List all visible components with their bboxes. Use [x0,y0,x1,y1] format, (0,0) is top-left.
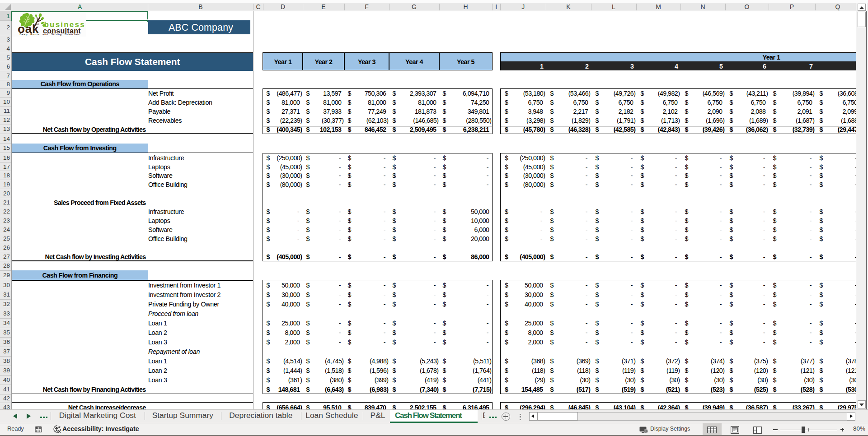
svg-text:Deep Roots and Strong Branches: Deep Roots and Strong Branches [20,33,80,36]
